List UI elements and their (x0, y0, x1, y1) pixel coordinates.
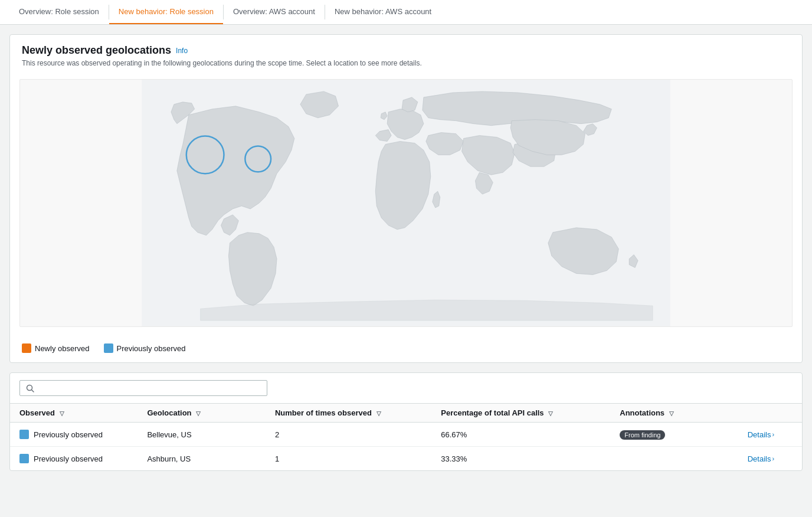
sort-icon-annotations: ▽ (669, 410, 674, 417)
world-map-svg (20, 80, 792, 326)
details-link[interactable]: Details › (748, 430, 793, 439)
cell-times-observed: 1 (266, 447, 431, 471)
tab-label: Overview: AWS account (233, 7, 315, 16)
cell-actions: Details › (738, 423, 802, 447)
cell-actions: Details › (738, 447, 802, 471)
tab-label: Overview: Role session (19, 7, 99, 16)
sort-icon-times: ▽ (376, 410, 381, 417)
pct-api-calls-value: 66.67% (441, 430, 467, 439)
tab-new-behavior-aws[interactable]: New behavior: AWS account (325, 0, 441, 24)
observed-indicator (19, 430, 29, 439)
legend-newly-observed: Newly observed (22, 343, 90, 353)
cell-pct-api-calls: 33.33% (431, 447, 610, 471)
observed-indicator (19, 454, 29, 463)
tab-overview-role[interactable]: Overview: Role session (9, 0, 109, 24)
tab-label: New behavior: Role session (119, 7, 214, 16)
details-link[interactable]: Details › (748, 454, 793, 463)
annotation-badge: From finding (620, 430, 665, 440)
col-header-pct[interactable]: Percentage of total API calls ▽ (431, 404, 610, 423)
observed-label: Previously observed (34, 430, 103, 439)
cell-annotations (610, 447, 738, 471)
chevron-right-icon: › (772, 431, 774, 438)
observed-label: Previously observed (34, 454, 103, 463)
search-box[interactable] (19, 380, 267, 396)
tabs-bar: Overview: Role session New behavior: Rol… (0, 0, 812, 25)
cell-geolocation: Ashburn, US (137, 447, 265, 471)
legend-previously-observed-label: Previously observed (117, 344, 186, 353)
cell-annotations: From finding (610, 423, 738, 447)
table-body: Previously observed Bellevue, US266.67%F… (10, 423, 802, 471)
legend-previously-observed: Previously observed (104, 343, 186, 353)
legend-previously-observed-box (104, 343, 113, 353)
table-card: Observed ▽ Geolocation ▽ Number of times… (9, 372, 803, 471)
data-table: Observed ▽ Geolocation ▽ Number of times… (10, 403, 802, 470)
times-observed-value: 2 (275, 430, 279, 439)
tab-label: New behavior: AWS account (335, 7, 431, 16)
geolocation-value: Bellevue, US (147, 430, 191, 439)
table-row: Previously observed Ashburn, US133.33%De… (10, 447, 802, 471)
col-header-annotations[interactable]: Annotations ▽ (610, 404, 738, 423)
card-header: Newly observed geolocations Info This re… (10, 35, 802, 79)
search-icon (26, 384, 34, 392)
sort-icon-geolocation: ▽ (196, 410, 201, 417)
card-title-row: Newly observed geolocations Info (22, 44, 790, 57)
search-input[interactable] (38, 384, 261, 392)
col-header-observed[interactable]: Observed ▽ (10, 404, 137, 423)
col-header-geolocation[interactable]: Geolocation ▽ (137, 404, 265, 423)
map-container[interactable] (19, 79, 793, 327)
cell-observed: Previously observed (10, 423, 137, 447)
sort-icon-pct: ▽ (548, 410, 553, 417)
sort-icon-observed: ▽ (60, 410, 64, 417)
tab-new-behavior-role[interactable]: New behavior: Role session (109, 0, 223, 24)
col-header-actions (738, 404, 802, 423)
map-legend: Newly observed Previously observed (10, 336, 802, 362)
geolocations-card: Newly observed geolocations Info This re… (9, 34, 803, 363)
cell-observed: Previously observed (10, 447, 137, 471)
observed-cell: Previously observed (19, 454, 128, 463)
pct-api-calls-value: 33.33% (441, 454, 467, 463)
card-title: Newly observed geolocations (22, 44, 171, 57)
cell-geolocation: Bellevue, US (137, 423, 265, 447)
legend-newly-observed-label: Newly observed (35, 344, 90, 353)
chevron-right-icon: › (772, 455, 774, 462)
geolocation-value: Ashburn, US (147, 454, 191, 463)
cell-times-observed: 2 (266, 423, 431, 447)
main-content: Newly observed geolocations Info This re… (0, 25, 812, 480)
col-header-times[interactable]: Number of times observed ▽ (266, 404, 431, 423)
table-header-row: Observed ▽ Geolocation ▽ Number of times… (10, 404, 802, 423)
times-observed-value: 1 (275, 454, 279, 463)
svg-line-4 (32, 390, 34, 392)
observed-cell: Previously observed (19, 430, 128, 439)
search-row (10, 373, 802, 403)
tab-overview-aws[interactable]: Overview: AWS account (224, 0, 325, 24)
info-link[interactable]: Info (176, 47, 188, 55)
legend-newly-observed-box (22, 343, 31, 353)
cell-pct-api-calls: 66.67% (431, 423, 610, 447)
table-row: Previously observed Bellevue, US266.67%F… (10, 423, 802, 447)
card-description: This resource was observed operating in … (22, 59, 790, 67)
